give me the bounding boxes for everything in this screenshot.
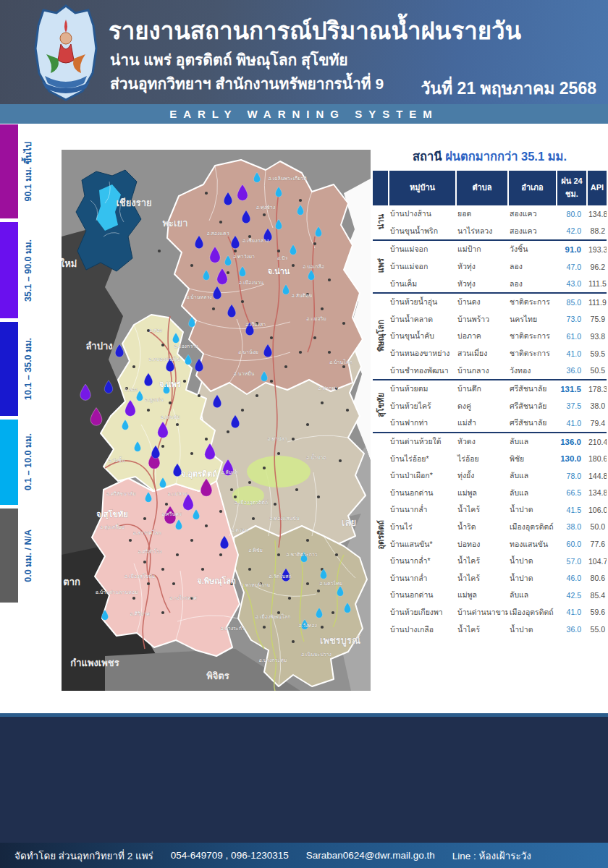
tambon-cell: หัวทุ่ง — [456, 275, 508, 293]
api-cell: 144.8 — [587, 467, 607, 485]
rain24h-cell: 46.0 — [557, 569, 587, 587]
station-dot — [277, 452, 280, 455]
table-row: บ้านฟากท่าแม่สำศรีสัชนาลัย41.079.4 — [373, 414, 607, 433]
district-label: อ.วังทอง — [298, 623, 317, 628]
api-cell: 75.9 — [587, 311, 607, 328]
district-label: อ.หนองม่วงไข่ — [148, 356, 180, 362]
table-row: บ้านปางเกลือน้ำไคร้น้ำปาด36.055.0 — [373, 621, 607, 638]
api-cell: 88.2 — [587, 223, 607, 241]
station-dot — [313, 242, 316, 245]
amphoe-cell: ลับแล — [508, 587, 557, 604]
neighbor-province-label: ลำปาง — [85, 341, 112, 352]
rain24h-cell: 91.0 — [557, 240, 587, 258]
table-row: บ้านนากล่ำน้ำไคร้น้ำปาด46.080.6 — [373, 569, 607, 587]
legend-label: 90.1 มม. ขึ้นไป — [19, 124, 38, 218]
table-column-header: ตำบล — [456, 171, 508, 205]
legend-label: 10.1 – 35.0 มม. — [19, 322, 38, 416]
district-label: อ.ชาติตระการ — [286, 552, 318, 557]
tambon-cell: น้ำไคร้ — [456, 569, 508, 587]
district-label: อ.เนินมะปราง — [301, 652, 332, 657]
api-cell: 93.8 — [587, 328, 607, 345]
rain24h-cell: 41.0 — [557, 414, 587, 433]
village-cell: บ้านด่านห้วยใต้ — [389, 433, 456, 451]
station-dot — [306, 582, 309, 585]
tambon-cell: ยอด — [456, 205, 508, 223]
api-cell: 38.0 — [587, 398, 607, 415]
district-label: อ.ศรีนคร — [161, 511, 182, 516]
table-column-header: อำเภอ — [508, 171, 557, 205]
api-cell: 210.4 — [587, 433, 607, 451]
district-label: อ.ทุ่งเสลี่ยม — [100, 524, 124, 530]
rain24h-cell: 47.0 — [557, 258, 587, 276]
station-dot — [212, 307, 215, 310]
footer-line-contact: Line : ห้องเฝ้าระวัง — [452, 848, 531, 864]
station-dot — [129, 539, 132, 542]
station-dot — [205, 524, 208, 527]
village-cell: บ้านขุนน้ำพริก — [389, 223, 456, 241]
district-label: อ.เวียงสา — [245, 322, 266, 327]
station-dot — [306, 423, 309, 426]
station-dot — [230, 488, 233, 491]
amphoe-cell: ลอง — [508, 258, 557, 276]
rain24h-cell: 36.0 — [557, 621, 587, 638]
village-cell: บ้านป่าเผือก* — [389, 467, 456, 485]
thailand-inset — [76, 170, 141, 271]
tambon-cell: บ้านพร้าว — [456, 311, 508, 328]
district-label: อ.สอง — [149, 328, 162, 333]
rain24h-cell: 42.5 — [557, 587, 587, 604]
village-cell: บ้านเค็ม — [389, 275, 456, 293]
province-map: เชียงรายพะเยาเชียงใหม่ลำปางตากกำแพงเพชรพ… — [62, 150, 371, 691]
district-label: อ.ศรีสัชนาลัย — [106, 491, 135, 496]
district-label: อ.เฉลิมพระเกียรติ — [268, 176, 307, 181]
api-cell: 50.5 — [587, 362, 607, 380]
district-label: อ.คีรีมาศ — [130, 611, 150, 616]
api-cell: 77.6 — [587, 535, 607, 553]
tambon-cell: หัวทุ่ง — [456, 258, 508, 276]
tambon-cell: น้ำไคร้ — [456, 621, 508, 638]
tambon-cell: น้ำไคร้ — [456, 553, 508, 570]
table-row: บ้านหนองขาหย่างสวนเมี่ยงชาติตระการ41.059… — [373, 345, 607, 362]
neighbor-province-label: กำแพงเพชร — [70, 658, 119, 668]
api-cell: 96.2 — [587, 258, 607, 276]
station-dot — [161, 611, 164, 614]
amphoe-cell: น้ำปาด — [508, 501, 557, 519]
api-cell: 50.0 — [587, 519, 607, 536]
legend-swatch — [0, 322, 18, 416]
station-dot — [161, 445, 164, 448]
tambon-cell: แม่พูล — [456, 587, 508, 604]
station-dot — [227, 430, 229, 433]
station-dot — [132, 597, 135, 600]
rain24h-cell: 38.0 — [557, 519, 587, 536]
api-cell: 85.4 — [587, 587, 607, 604]
station-dot — [143, 561, 146, 563]
station-dot — [328, 278, 331, 281]
district-label: อ.เด่นชัย — [161, 414, 180, 420]
district-label: อ.ลับแล — [221, 469, 238, 475]
amphoe-cell: ศรีสัชนาลัย — [508, 398, 557, 415]
tambon-cell: แม่พูล — [456, 485, 508, 502]
district-label: อ.สวรรคโลก — [133, 529, 161, 535]
district-label: อ.สูงเม่น — [145, 397, 164, 403]
station-dot — [241, 300, 244, 303]
station-dot — [234, 250, 237, 252]
station-dot — [169, 401, 172, 404]
amphoe-cell: พิชัย — [508, 450, 557, 467]
report-date: วันที่ 21 พฤษภาคม 2568 — [421, 75, 596, 101]
station-dot — [241, 409, 244, 412]
station-dot — [284, 365, 287, 368]
api-cell: 111.9 — [587, 293, 607, 311]
station-dot — [256, 394, 258, 397]
station-dot — [190, 539, 193, 542]
api-cell: 193.3 — [587, 240, 607, 258]
amphoe-cell: ทองแสนขัน — [508, 535, 557, 553]
station-dot — [317, 590, 320, 592]
table-column-header: API — [587, 171, 607, 205]
district-label: อ.ตรอน — [231, 527, 248, 532]
tambon-cell: น้ำริด — [456, 519, 508, 536]
amphoe-cell: ลับแล — [508, 433, 557, 451]
api-cell: 59.5 — [587, 345, 607, 362]
amphoe-cell: สองแคว — [508, 205, 557, 223]
footer-email: Saraban0624@dwr.mail.go.th — [306, 850, 435, 861]
district-label: อ.บางกระทุ่ม — [259, 658, 287, 663]
department-logo — [32, 4, 100, 102]
